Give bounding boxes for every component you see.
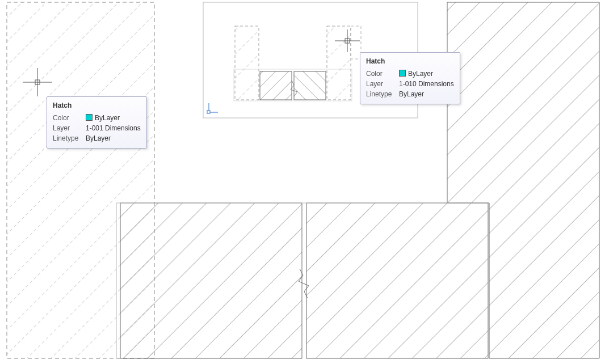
tooltip-color-label: Color — [53, 113, 80, 123]
tooltip-layer-value: 1-010 Dimensions — [399, 79, 454, 89]
tooltip-title: Hatch — [53, 101, 141, 109]
ucs-icon — [207, 103, 218, 113]
cad-drawing-canvas[interactable] — [0, 0, 605, 364]
tooltip-layer-label: Layer — [366, 79, 393, 89]
tooltip-layer-value: 1-001 Dimensions — [86, 123, 141, 133]
svg-rect-5 — [120, 203, 302, 358]
tooltip-linetype-value: ByLayer — [399, 89, 424, 99]
entity-tooltip-right: Hatch Color ByLayer Layer 1-010 Dimensio… — [360, 52, 460, 104]
tooltip-linetype-label: Linetype — [53, 133, 80, 143]
svg-rect-14 — [207, 111, 210, 113]
detail-hatch-bar-left[interactable] — [235, 26, 259, 100]
tooltip-layer-label: Layer — [53, 123, 80, 133]
color-swatch-icon — [86, 114, 93, 121]
tooltip-color-value: ByLayer — [86, 113, 120, 123]
hatch-bottom-right-panel[interactable] — [306, 203, 488, 358]
detail-hatch-box-b[interactable] — [294, 71, 326, 100]
tooltip-title: Hatch — [366, 57, 454, 65]
tooltip-linetype-label: Linetype — [366, 89, 393, 99]
tooltip-color-value: ByLayer — [399, 69, 433, 79]
svg-rect-6 — [306, 203, 488, 358]
hatch-bottom-left-panel[interactable] — [120, 203, 302, 358]
tooltip-color-label: Color — [366, 69, 393, 79]
color-swatch-icon — [399, 70, 406, 77]
tooltip-linetype-value: ByLayer — [86, 133, 111, 143]
entity-tooltip-left: Hatch Color ByLayer Layer 1-001 Dimensio… — [47, 96, 147, 149]
detail-hatch-box-a[interactable] — [260, 71, 292, 100]
